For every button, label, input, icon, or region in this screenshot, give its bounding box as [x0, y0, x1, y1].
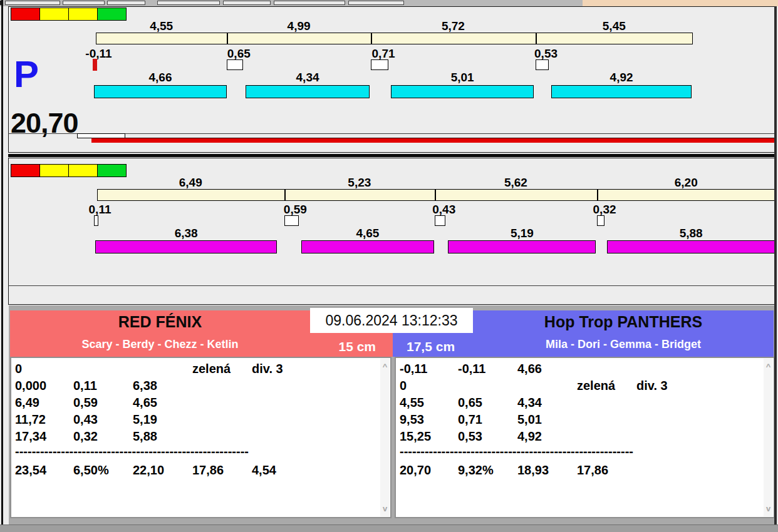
- scroll-up-icon[interactable]: ^: [380, 362, 390, 371]
- window-border-left: [1, 0, 3, 524]
- table-cell: 4,34: [517, 396, 542, 409]
- table-cell: 0,59: [73, 396, 98, 409]
- window-border-right: [774, 6, 777, 524]
- team-right-scrollbar[interactable]: ^ v: [764, 359, 773, 516]
- scroll-up-icon[interactable]: ^: [764, 362, 773, 371]
- background-window-tan-area: [583, 0, 778, 6]
- table-cell: 5,01: [517, 412, 542, 426]
- background-window-segment: [348, 1, 404, 5]
- table-cell: 4,65: [133, 396, 157, 409]
- table-cell: div. 3: [252, 362, 283, 376]
- table-cell: 0: [400, 379, 407, 392]
- team-right-jump-height: 17,5 cm: [407, 339, 455, 354]
- table-total-cell: 17,86: [577, 463, 608, 477]
- background-window-segment: [107, 1, 145, 5]
- background-window-segment: [157, 1, 220, 5]
- team-left-scrollbar[interactable]: ^ v: [380, 359, 390, 516]
- table-cell: div. 3: [636, 379, 668, 392]
- table-total-cell: 22,10: [133, 463, 164, 477]
- team-left-results-panel: ^ v 0zelenádiv. 30,0000,116,386,490,594,…: [10, 357, 392, 518]
- table-cell: 0,000: [15, 379, 46, 392]
- scroll-down-icon[interactable]: v: [380, 504, 390, 513]
- table-total-cell: 6,50%: [73, 463, 109, 477]
- background-window-segment: [274, 1, 345, 5]
- table-cell: 17,34: [15, 429, 46, 443]
- scoreboard: RED FÉNIX Scary - Berdy - Chezz - Ketlin…: [9, 305, 775, 524]
- table-cell: 4,66: [517, 362, 542, 376]
- table-separator-dashes: ----------------------------------------…: [15, 444, 249, 459]
- table-cell: 0,32: [73, 429, 98, 443]
- table-cell: 5,19: [133, 412, 157, 426]
- table-cell: 4,92: [517, 429, 542, 443]
- background-window-segment: [63, 1, 105, 5]
- table-total-cell: 23,54: [15, 463, 46, 477]
- table-total-cell: 18,93: [517, 463, 549, 477]
- team-left-name: RED FÉNIX: [10, 313, 310, 331]
- scroll-down-icon[interactable]: v: [764, 504, 773, 513]
- table-cell: -0,11: [400, 362, 427, 376]
- team-left-jump-height: 15 cm: [283, 339, 376, 354]
- table-cell: 4,55: [400, 396, 424, 409]
- background-window-strip: [0, 0, 778, 6]
- table-cell: 0,53: [458, 429, 482, 443]
- table-cell: zelená: [192, 362, 231, 376]
- lane-separator: [8, 154, 775, 157]
- team-left-members: Scary - Berdy - Chezz - Ketlin: [10, 338, 310, 351]
- team-right-results-panel: ^ v -0,11-0,114,660zelenádiv. 34,550,654…: [395, 357, 775, 518]
- table-cell: 0,71: [458, 412, 482, 426]
- window-status-bar: [0, 524, 778, 532]
- table-total-cell: 4,54: [252, 463, 276, 477]
- table-cell: 11,72: [15, 412, 46, 426]
- table-cell: 6,49: [15, 396, 39, 409]
- team-right-name: Hop Trop PANTHERS: [473, 313, 774, 331]
- table-total-cell: 20,70: [400, 463, 431, 477]
- background-window-segment: [5, 1, 60, 5]
- table-cell: 0,43: [73, 412, 98, 426]
- table-cell: 15,25: [400, 429, 431, 443]
- table-cell: zelená: [577, 379, 615, 392]
- table-cell: 0,11: [73, 379, 97, 392]
- team-right-members: Mila - Dori - Gemma - Bridget: [473, 338, 774, 351]
- table-cell: 0,65: [458, 396, 482, 409]
- lane-l-progress-track: [8, 285, 775, 286]
- table-separator-dashes: ----------------------------------------…: [400, 444, 633, 459]
- lane-p-section: P 20,70: [8, 6, 775, 153]
- table-cell: 9,53: [400, 412, 424, 426]
- flyball-timing-window: P 20,70 4,554,995,725,45-0,110,650,710,5…: [0, 0, 778, 532]
- lane-l-section: L 23,54: [8, 158, 775, 305]
- table-total-cell: 17,86: [192, 463, 224, 477]
- lane-p-letter: P: [14, 56, 39, 93]
- background-window-segment: [223, 1, 271, 5]
- datetime-display: 09.06.2024 13:12:33: [310, 308, 473, 333]
- table-cell: -0,11: [458, 362, 485, 376]
- table-cell: 0: [15, 362, 22, 376]
- table-cell: 5,88: [133, 429, 157, 443]
- table-cell: 6,38: [133, 379, 157, 392]
- table-total-cell: 9,32%: [458, 463, 494, 477]
- lane-p-progress-bar: [91, 138, 774, 143]
